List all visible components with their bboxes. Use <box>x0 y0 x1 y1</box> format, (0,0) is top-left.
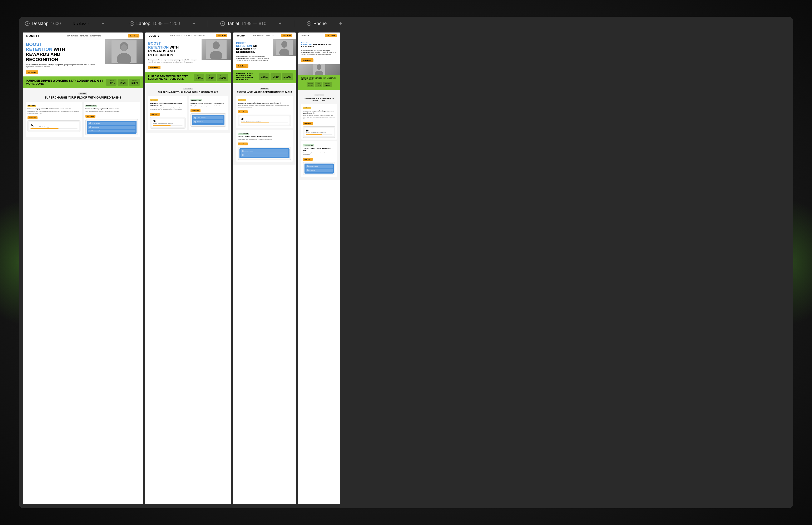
hero-title-tablet: BOOSTRETENTION WITHREWARDS ANDRECOGNITIO… <box>236 42 270 54</box>
mockup-credits: 30 <box>30 123 77 126</box>
person-silhouette-tablet <box>273 39 296 56</box>
learn-more-rewards-desktop[interactable]: Learn More <box>28 116 38 119</box>
feature-title-rewards-laptop: Increase engagement with performance-bas… <box>150 102 186 106</box>
nav-link-integrations-laptop[interactable]: INTEGRATIONS <box>194 35 205 36</box>
stat-label-ret-laptop: Retention <box>195 75 203 76</box>
stats-title-desktop: PURPOSE DRIVEN WORKERS STAY LONGER AND G… <box>26 79 106 86</box>
nav-cta-tablet[interactable]: Get a Demo <box>281 34 292 37</box>
plus-btn-desktop[interactable]: + <box>102 21 104 26</box>
plus-btn-laptop[interactable]: + <box>192 21 195 26</box>
hero-title-laptop: BOOSTRETENTION WITHREWARDS ANDRECOGNITIO… <box>148 42 198 57</box>
learn-more-recognition-phone[interactable]: Learn More <box>303 158 313 161</box>
product-section-laptop: PRODUCT SUPERCHARGE YOUR FLOOR WITH GAMI… <box>145 83 231 133</box>
community-item-3: You did an amazing job! <box>88 130 136 132</box>
hero-tablet: BOOSTRETENTION WITHREWARDS ANDRECOGNITIO… <box>233 39 296 70</box>
feature-tag-rewards-phone: REWARDS <box>303 107 311 109</box>
plus-btn-tablet[interactable]: + <box>279 21 282 26</box>
feature-card-rewards-desktop: REWARDS Increase engagement with perform… <box>26 102 82 137</box>
svg-point-5 <box>212 42 220 49</box>
feature-tag-recognition-desktop: RECOGNITION <box>86 105 97 107</box>
stat-card-referrals-desktop: Referrals +405% <box>129 79 140 86</box>
stats-cards-phone: Retention +33% Output +15% Referrals +40… <box>307 82 331 87</box>
stat-lbl-out-p: Output <box>316 83 321 84</box>
feature-desc-recognition-phone: Share updates, drive peer recognition, a… <box>303 152 335 155</box>
stats-title-laptop: PURPOSE DRIVEN WORKERS STAY LONGER AND G… <box>148 75 194 80</box>
viewport-tab-tablet[interactable]: Tablet 1199 — 810 <box>220 21 266 26</box>
learn-more-recognition-desktop[interactable]: Learn More <box>86 115 95 118</box>
stat-value-ref-laptop: +405% <box>218 77 226 80</box>
tab-name-laptop: Laptop <box>136 21 150 26</box>
hero-cta-desktop[interactable]: Get a Demo <box>26 71 38 74</box>
product-tag-phone: PRODUCT <box>314 94 324 96</box>
nav-link-how-tablet[interactable]: HOW IT WORKS <box>253 35 264 36</box>
product-title-desktop: SUPERCHARGE YOUR FLOOR WITH GAMIFIED TAS… <box>26 96 140 99</box>
learn-more-recognition-tablet[interactable]: Learn More <box>238 142 248 146</box>
stat-val-out-p: +15% <box>316 85 321 86</box>
nav-link-integrations[interactable]: INTEGRATIONS <box>90 35 101 37</box>
hero-content-desktop: BOOSTRETENTION WITHREWARDS ANDRECOGNITIO… <box>23 40 105 76</box>
avatar-1 <box>89 122 91 124</box>
feature-card-recognition-desktop: RECOGNITION Create a culture people don'… <box>84 102 140 137</box>
product-section-desktop: PRODUCT SUPERCHARGE YOUR FLOOR WITH GAMI… <box>23 88 143 140</box>
product-section-tablet: PRODUCT SUPERCHARGE YOUR FLOOR WITH GAMI… <box>233 83 296 165</box>
viewport-tab-desktop[interactable]: Desktop 1600 <box>25 21 61 26</box>
tab-name-tablet: Tablet <box>227 21 239 26</box>
feature-tag-rewards-laptop: REWARDS <box>150 99 158 101</box>
feature-cards-desktop: REWARDS Increase engagement with perform… <box>26 102 140 137</box>
hero-img-phone <box>298 64 340 75</box>
hero-title-highlight: BOOSTRETENTION <box>26 42 52 52</box>
plus-btn-phone[interactable]: + <box>339 21 342 26</box>
feature-title-rewards-desktop: Increase engagement with performance-bas… <box>28 108 80 110</box>
hero-cta-phone[interactable]: Get a Demo <box>301 58 313 62</box>
svg-point-3 <box>121 44 127 51</box>
hero-content-phone: BOOSTRETENTION WITH REWARDS AND RECOGNIT… <box>298 39 340 64</box>
nav-link-how-laptop[interactable]: HOW IT WORKS <box>171 35 182 36</box>
play-icon-tablet[interactable] <box>220 21 225 26</box>
nav-logo-phone: BOUNTY <box>301 35 309 36</box>
phone-mockup-recognition-desktop: Lorena Henriquez Gerald Mason You did an… <box>86 119 138 135</box>
stat-lbl-out-t: Output <box>272 74 280 76</box>
play-icon-desktop[interactable] <box>25 21 30 26</box>
nav-link-features-tablet[interactable]: FEATURES <box>266 35 274 36</box>
hero-cta-tablet[interactable]: Get a Demo <box>236 64 248 68</box>
site-nav-desktop: BOUNTY HOW IT WORKS FEATURES INTEGRATION… <box>23 32 143 40</box>
hero-cta-laptop[interactable]: Get a Demo <box>148 66 161 69</box>
stats-section-desktop: PURPOSE DRIVEN WORKERS STAY LONGER AND G… <box>23 76 143 88</box>
site-nav-phone: BOUNTY Get a Demo <box>298 32 340 39</box>
play-icon-laptop[interactable] <box>130 21 134 26</box>
hero-title-phone: BOOSTRETENTION WITH REWARDS AND RECOGNIT… <box>301 42 337 48</box>
learn-more-recognition-laptop[interactable]: Learn More <box>191 109 201 112</box>
feature-tag-recognition-tablet: RECOGNITION <box>238 133 249 135</box>
learn-more-rewards-tablet[interactable]: Learn More <box>238 110 248 113</box>
hero-desc-phone: Bounty automates and improves employee e… <box>301 49 337 56</box>
learn-more-rewards-phone[interactable]: Learn More <box>303 122 313 125</box>
nav-cta-desktop[interactable]: Get a Demo <box>128 34 139 38</box>
nav-link-how[interactable]: HOW IT WORKS <box>67 35 78 37</box>
mockup-inner-laptop: 30 Abe, Earn up to 100 Credits with dail… <box>151 119 184 127</box>
nav-cta-phone[interactable]: Get a Demo <box>325 34 337 37</box>
hero-title-highlight-phone: BOOSTRETENTION <box>301 42 312 46</box>
learn-more-rewards-laptop[interactable]: Learn More <box>150 113 160 116</box>
phone-mockup-recognition-phone: Lorena Henriquez Shanita Fox <box>303 162 335 175</box>
comm-item-2-laptop: Shanita Fox <box>193 120 223 123</box>
feature-desc-recognition-laptop: Share updates, drive peer recognition, a… <box>191 105 226 107</box>
nav-logo-laptop: BOUNTY <box>149 34 160 37</box>
feature-card-recognition-tablet: RECOGNITION Create a culture people don'… <box>236 130 293 162</box>
play-icon-phone[interactable] <box>307 21 311 26</box>
hero-img-desktop <box>105 40 143 64</box>
feature-title-recognition-desktop: Create a culture people don't want to le… <box>86 108 138 110</box>
viewport-tab-phone[interactable]: Phone <box>307 21 327 26</box>
product-title-phone: SUPERCHARGE YOUR FLOOR WITH GAMIFIED TAS… <box>301 97 337 101</box>
stat-card-retention-desktop: Retention +33% <box>106 79 117 86</box>
site-nav-tablet: BOUNTY HOW IT WORKS FEATURES Get a Demo <box>233 32 296 39</box>
mockup-credits-tablet: 30 <box>241 118 288 120</box>
nav-link-features-laptop[interactable]: FEATURES <box>184 35 192 36</box>
nav-cta-laptop[interactable]: Get a Demo <box>216 34 227 37</box>
viewport-tab-laptop[interactable]: Laptop 1599 — 1200 <box>130 21 180 26</box>
feature-tag-rewards-tablet: REWARDS <box>238 99 246 101</box>
stat-card-retention-laptop: Retention +33% <box>194 74 205 81</box>
stat-label-retention: Retention <box>107 80 115 81</box>
mockup-credits-phone: 30 <box>306 129 333 132</box>
hero-title-highlight-laptop: BOOSTRETENTION <box>148 42 168 49</box>
nav-link-features[interactable]: FEATURES <box>80 35 88 37</box>
